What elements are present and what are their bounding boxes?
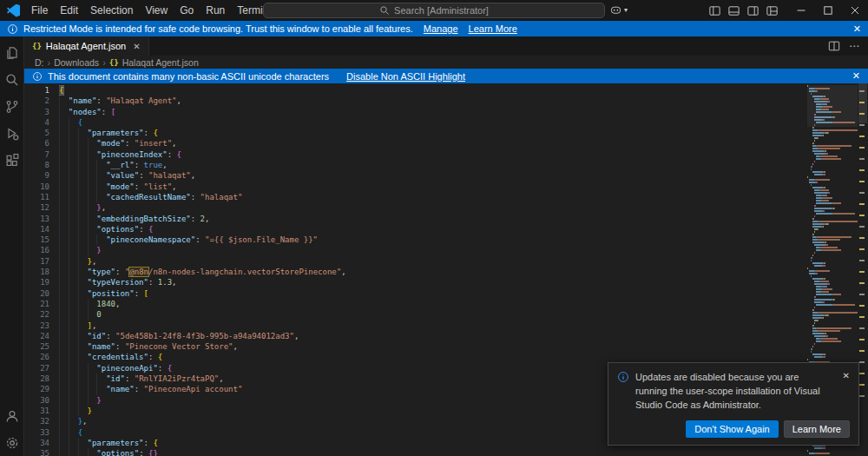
code-line[interactable]: "nodes": [ (59, 107, 804, 117)
line-number[interactable]: 34 (24, 438, 59, 448)
split-editor-icon[interactable] (828, 40, 840, 52)
learn-more-link[interactable]: Learn More (469, 23, 517, 34)
line-number[interactable]: 10 (24, 182, 59, 192)
line-number[interactable]: 6 (24, 138, 59, 149)
disable-non-ascii-link[interactable]: Disable Non ASCII Highlight (346, 71, 465, 82)
code-line[interactable]: { (59, 117, 804, 128)
line-number[interactable]: 25 (24, 341, 59, 352)
code-line[interactable]: "embeddingBatchSize": 2, (59, 214, 804, 224)
banner-close-icon[interactable]: ✕ (853, 23, 861, 35)
code-line[interactable]: 1840, (59, 299, 804, 309)
menu-go[interactable]: Go (174, 3, 200, 18)
line-number[interactable]: 16 (24, 245, 59, 255)
more-actions-icon[interactable]: ⋯ (849, 40, 859, 52)
line-number[interactable]: 13 (24, 214, 59, 224)
copilot-menu[interactable]: ▾ (609, 3, 628, 17)
search-sidebar-icon[interactable] (0, 66, 24, 93)
line-number[interactable]: 12 (24, 202, 59, 213)
line-number[interactable]: 9 (24, 170, 59, 181)
code-line[interactable]: "typeVersion": 1.3, (59, 277, 804, 287)
line-number[interactable]: 21 (24, 299, 59, 309)
line-number[interactable]: 3 (24, 107, 59, 117)
line-number[interactable]: 11 (24, 192, 59, 202)
line-number[interactable]: 14 (24, 224, 59, 235)
line-number[interactable]: 28 (24, 373, 59, 384)
code-line[interactable]: "type": "@n8n/n8n-nodes-langchain.vector… (59, 267, 804, 277)
code-line[interactable]: "value": "halaqat", (59, 170, 804, 181)
manage-link[interactable]: Manage (424, 23, 458, 34)
code-line[interactable]: { (59, 85, 804, 96)
run-debug-icon[interactable] (0, 120, 24, 147)
code-line[interactable]: }, (59, 256, 804, 267)
source-control-icon[interactable] (0, 93, 24, 120)
line-number[interactable]: 8 (24, 160, 59, 170)
line-number[interactable]: 17 (24, 256, 59, 267)
line-number[interactable]: 32 (24, 416, 59, 426)
code-line[interactable]: "options": { (59, 224, 804, 235)
line-number[interactable]: 26 (24, 352, 59, 362)
code-line[interactable]: "credentials": { (59, 352, 804, 362)
code-line[interactable]: ], (59, 321, 804, 331)
line-number[interactable]: 22 (24, 309, 59, 320)
line-number[interactable]: 1 (24, 85, 59, 96)
toggle-secondary-sidebar-icon[interactable] (744, 2, 761, 19)
line-number[interactable]: 5 (24, 128, 59, 138)
line-number[interactable]: 15 (24, 235, 59, 245)
breadcrumb-item[interactable]: Downloads (54, 57, 99, 68)
explorer-icon[interactable] (0, 39, 24, 66)
breadcrumb-item[interactable]: Halaqat Agent.json (122, 57, 199, 68)
code-line[interactable]: "pineconeNamespace": "={{ $json.File_Nam… (59, 235, 804, 245)
menu-file[interactable]: File (25, 3, 54, 18)
menu-selection[interactable]: Selection (84, 3, 139, 18)
code-line[interactable]: "id": "5de458b1-24f8-4f3b-995b-a94a94012… (59, 331, 804, 341)
toggle-primary-sidebar-icon[interactable] (706, 2, 723, 19)
code-line[interactable]: "mode": "insert", (59, 138, 804, 149)
command-center-search[interactable]: Search [Administrator] (263, 3, 605, 18)
code-line[interactable]: "name": "Halaqat Agent", (59, 96, 804, 106)
settings-gear-icon[interactable] (0, 429, 24, 456)
code-line[interactable]: "parameters": { (59, 128, 804, 138)
line-number[interactable]: 29 (24, 384, 59, 394)
code-line[interactable]: "pineconeIndex": { (59, 149, 804, 160)
line-number[interactable]: 24 (24, 331, 59, 341)
notification-close-icon[interactable]: ✕ (843, 371, 850, 380)
close-window-button[interactable] (841, 0, 868, 21)
line-number[interactable]: 7 (24, 149, 59, 160)
code-line[interactable]: } (59, 245, 804, 255)
dont-show-again-button[interactable]: Don't Show Again (686, 420, 779, 438)
line-number[interactable]: 35 (24, 448, 59, 456)
line-number[interactable]: 33 (24, 427, 59, 438)
code-line[interactable]: "cachedResultName": "halaqat" (59, 192, 804, 202)
code-line[interactable]: }, (59, 202, 804, 213)
minimize-button[interactable] (787, 0, 814, 21)
code-line[interactable]: "options": {} (59, 448, 804, 456)
unicode-banner-close-icon[interactable]: ✕ (852, 70, 860, 82)
line-number[interactable]: 23 (24, 321, 59, 331)
code-line[interactable]: "position": [ (59, 288, 804, 299)
line-number[interactable]: 2 (24, 96, 59, 106)
toggle-panel-icon[interactable] (725, 2, 742, 19)
account-icon[interactable] (0, 402, 24, 429)
menu-edit[interactable]: Edit (54, 3, 84, 18)
line-number[interactable]: 18 (24, 267, 59, 277)
code-line[interactable]: 0 (59, 309, 804, 320)
vscode-logo-icon (7, 4, 20, 17)
notification-learn-more-button[interactable]: Learn More (784, 420, 850, 438)
line-number[interactable]: 31 (24, 406, 59, 416)
customize-layout-icon[interactable] (763, 2, 780, 19)
maximize-button[interactable] (814, 0, 841, 21)
tab-halaqat-agent-json[interactable]: {} Halaqat Agent.json ✕ (24, 36, 149, 56)
line-number[interactable]: 30 (24, 395, 59, 406)
tab-close-icon[interactable]: ✕ (133, 42, 140, 51)
menu-view[interactable]: View (139, 3, 174, 18)
code-line[interactable]: "name": "Pinecone Vector Store", (59, 341, 804, 352)
line-number[interactable]: 27 (24, 363, 59, 373)
code-line[interactable]: "__rl": true, (59, 160, 804, 170)
line-number[interactable]: 19 (24, 277, 59, 287)
breadcrumb-item[interactable]: D: (35, 57, 44, 68)
line-number[interactable]: 20 (24, 288, 59, 299)
extensions-icon[interactable] (0, 147, 24, 174)
line-number[interactable]: 4 (24, 117, 59, 128)
menu-run[interactable]: Run (200, 3, 231, 18)
code-line[interactable]: "mode": "list", (59, 182, 804, 192)
